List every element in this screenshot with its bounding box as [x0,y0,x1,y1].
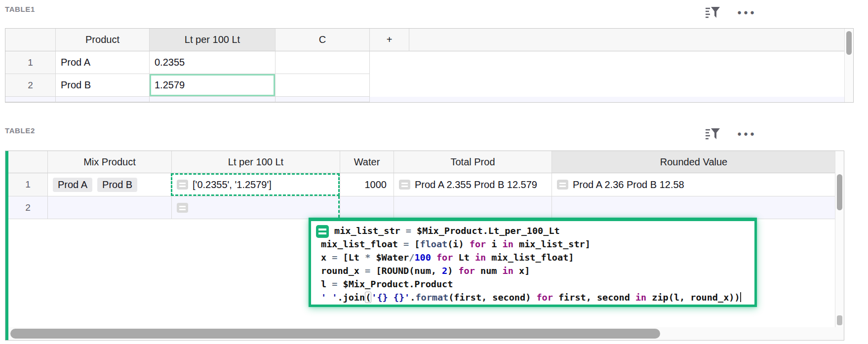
table1-scroll-thumb[interactable] [846,31,852,55]
t2-row2-lt[interactable] [172,196,340,219]
formula-line: l = $Mix_Product.Product [321,277,752,291]
t2-row1-mix-product[interactable]: Prod A Prod B [48,173,172,196]
formula-line: x = [Lt * $Water/100 for Lt in mix_list_… [321,251,752,264]
t2-row2-rounded-value[interactable] [552,196,835,219]
t1-row1-number[interactable]: 1 [5,51,56,74]
t1-addrow-lt[interactable] [150,97,276,102]
t1-row1-c[interactable] [276,51,370,74]
t1-addrow-c[interactable] [276,97,370,102]
table1-sort-filter-button[interactable] [704,5,721,21]
table2-title: TABLE2 [5,126,35,135]
table2-sort-filter-button[interactable] [704,126,721,142]
t2-header-mix-product[interactable]: Mix Product [48,151,172,173]
t1-row1-lt[interactable]: 0.2355 [150,51,276,74]
table2-grid-inner: Mix Product Lt per 100 Lt Water Total Pr… [8,151,835,219]
sort-filter-icon [704,14,721,21]
reference-chip: Prod A [53,178,92,192]
table2-horizontal-scrollbar[interactable] [8,327,844,340]
table1-grid-inner: Product Lt per 100 Lt C + 1 Prod A 0.235… [5,29,845,102]
t1-row1-filler [370,51,845,74]
t1-header-lt-per-100-lt[interactable]: Lt per 100 Lt [150,29,276,51]
table2-scroll-thumb[interactable] [837,174,842,210]
t1-row2-number[interactable]: 2 [5,74,56,97]
cell-value: Prod A 2.36 Prod B 12.58 [573,179,684,191]
t1-row1-product[interactable]: Prod A [56,51,150,74]
t1-header-c[interactable]: C [276,29,370,51]
editing-cell-outline [171,173,340,196]
t1-row2-filler [370,74,845,97]
formula-line: ' '.join('{} {}'.format(first, second) f… [321,291,752,304]
t1-header-filler [409,29,845,51]
t1-header-add-column[interactable]: + [370,29,409,51]
sort-filter-icon [704,135,721,143]
t1-header-rownum[interactable] [5,29,56,51]
t2-header-lt-per-100-lt[interactable]: Lt per 100 Lt [172,151,340,173]
t1-row2-c[interactable] [276,74,370,97]
table2-menu-button[interactable]: ••• [736,128,758,140]
formula-equals-icon [177,203,188,213]
t2-header-total-prod[interactable]: Total Prod [394,151,552,173]
formula-line: mix_list_float = [float(i) for i in mix_… [321,237,752,251]
table2-scroll-corner [837,315,842,325]
active-table-indicator [5,151,8,340]
cell-value: Prod A 2.355 Prod B 12.579 [415,179,537,191]
table2-hscroll-thumb[interactable] [10,329,660,339]
t2-header-rownum[interactable] [8,151,48,173]
t2-row2-total-prod[interactable] [394,196,552,219]
t2-row1-number[interactable]: 1 [8,173,48,196]
table1-grid: Product Lt per 100 Lt C + 1 Prod A 0.235… [5,28,854,103]
t2-row2-water[interactable] [340,196,394,219]
table1-vertical-scrollbar[interactable] [844,29,853,102]
t1-addrow-product[interactable] [56,97,150,102]
t2-header-water[interactable]: Water [340,151,394,173]
three-dots-icon: ••• [737,128,756,141]
formula-equals-icon [557,180,568,190]
t2-row1-total-prod[interactable]: Prod A 2.355 Prod B 12.579 [394,173,552,196]
formula-line: round_x = [ROUND(num, 2) for num in x] [321,264,752,277]
editing-cell-outline-connector [338,196,340,218]
t2-header-rounded-value[interactable]: Rounded Value [552,151,835,173]
t1-row2-product[interactable]: Prod B [56,74,150,97]
table1-title: TABLE1 [5,5,35,13]
three-dots-icon: ••• [737,6,756,19]
formula-equals-icon [399,180,410,190]
table2-vertical-scrollbar[interactable] [835,151,844,327]
grist-document-view: TABLE1 ••• Product Lt per 100 Lt C + 1 P… [0,0,868,344]
formula-line: mix_list_str = $Mix_Product.Lt_per_100_L… [321,224,752,237]
formula-code-area[interactable]: mix_list_str = $Mix_Product.Lt_per_100_L… [311,221,754,305]
table1-menu-button[interactable]: ••• [736,7,758,19]
t1-addrow-number[interactable] [5,97,56,102]
t2-row2-number[interactable]: 2 [8,196,48,219]
formula-editor-popup[interactable]: mix_list_str = $Mix_Product.Lt_per_100_L… [309,218,757,307]
t1-addrow-filler [370,97,845,102]
t1-header-product[interactable]: Product [56,29,150,51]
t2-row1-water[interactable]: 1000 [340,173,394,196]
t2-row1-rounded-value[interactable]: Prod A 2.36 Prod B 12.58 [552,173,835,196]
t1-row2-lt-selected-cell[interactable]: 1.2579 [150,74,276,97]
reference-chip: Prod B [97,178,137,192]
t2-row2-mix-product[interactable] [48,196,172,219]
